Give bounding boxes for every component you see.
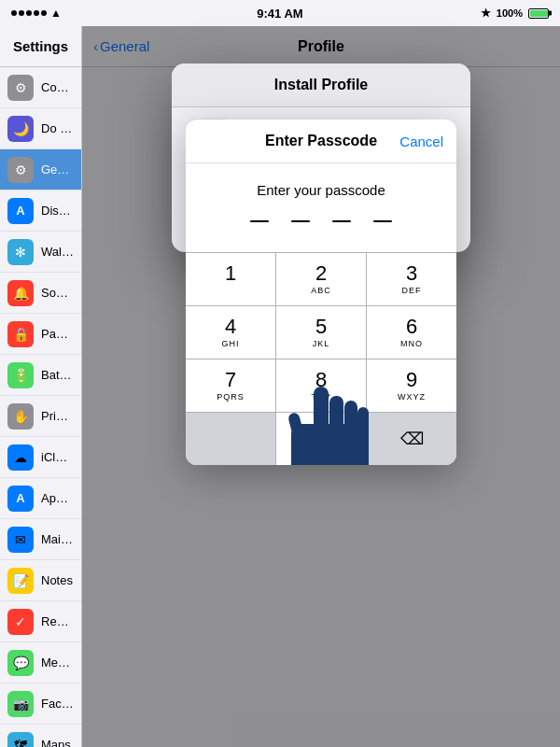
key-5[interactable]: 5 JKL [276, 306, 367, 359]
passcode-header: Enter Passcode Cancel [186, 120, 456, 163]
sidebar-item-messages[interactable]: 💬 Messag... [0, 642, 81, 684]
passcode-spacer [186, 241, 456, 252]
key-7-number: 7 [225, 370, 236, 390]
general-icon: ⚙ [7, 157, 34, 183]
sidebar-item-general[interactable]: ⚙ General [0, 149, 81, 190]
sidebar-label-mail: Mail, Co... [41, 532, 74, 546]
key-6-number: 6 [406, 317, 417, 337]
sidebar-item-maps[interactable]: 🗺 Maps [0, 725, 81, 747]
key-3-number: 3 [406, 263, 417, 284]
sounds-icon: 🔔 [7, 280, 34, 306]
sidebar-item-mail[interactable]: ✉ Mail, Co... [0, 519, 81, 560]
key-1-letters [229, 286, 232, 295]
sidebar-item-icloud[interactable]: ☁ iCloud [0, 437, 81, 478]
keypad: 1 2 ABC 3 DEF 4 GHI [186, 252, 456, 465]
sidebar-label-battery: Battery [41, 368, 74, 382]
sidebar-label-maps: Maps [41, 738, 71, 747]
sidebar-item-sounds[interactable]: 🔔 Sounds [0, 273, 81, 314]
status-time: 9:41 AM [257, 7, 302, 21]
key-3-letters: DEF [402, 286, 422, 295]
sidebar-label-privacy: Privacy [41, 409, 74, 423]
key-7-letters: PQRS [217, 392, 245, 402]
sidebar-label-control-centre: Control Centre [41, 80, 74, 94]
passcode-dots [186, 213, 456, 241]
key-1[interactable]: 1 [186, 253, 276, 305]
maps-icon: 🗺 [7, 732, 34, 748]
sidebar-item-privacy[interactable]: ✋ Privacy [0, 396, 81, 437]
keypad-row-1: 1 2 ABC 3 DEF [186, 253, 456, 306]
right-panel: ‹ General Profile No profiles are curren… [82, 26, 560, 747]
key-6-letters: MNO [400, 339, 423, 348]
passcode-cancel-button[interactable]: Cancel [399, 134, 443, 149]
key-4-letters: GHI [221, 339, 239, 348]
sidebar-item-facetime[interactable]: 📷 FaceTime [0, 684, 81, 725]
key-2-letters: ABC [311, 286, 331, 295]
key-4-number: 4 [225, 317, 236, 337]
battery-label: 100% [497, 7, 523, 19]
passcode-dash-2 [291, 220, 310, 222]
sidebar-title: Settings [0, 26, 81, 67]
keypad-row-4: 0 ⌫ [186, 413, 456, 465]
sidebar-label-reminders: Remind... [41, 614, 74, 628]
key-0[interactable]: 0 [276, 413, 367, 465]
key-0-number: 0 [315, 429, 327, 449]
delete-icon: ⌫ [400, 429, 424, 449]
sidebar-item-app-and[interactable]: A App an... [0, 478, 81, 519]
sidebar-item-notes[interactable]: 📝 Notes [0, 560, 81, 601]
key-2[interactable]: 2 ABC [276, 253, 367, 305]
sidebar-label-display: Display [41, 204, 74, 218]
key-9[interactable]: 9 WXYZ [367, 359, 456, 412]
sidebar-item-passcode[interactable]: 🔒 Passcode [0, 314, 81, 355]
messages-icon: 💬 [7, 650, 34, 676]
key-5-number: 5 [315, 317, 327, 337]
notes-icon: 📝 [7, 568, 34, 594]
battery-icon [528, 8, 549, 19]
battery-fill [530, 10, 548, 17]
key-9-letters: WXYZ [398, 392, 426, 402]
sidebar-label-facetime: FaceTime [41, 697, 74, 711]
key-5-letters: JKL [313, 339, 330, 348]
key-9-number: 9 [406, 370, 417, 390]
mail-icon: ✉ [7, 527, 34, 553]
sidebar-label-passcode: Passcode [41, 327, 74, 341]
sidebar-label-wallpaper: Wallpaper [41, 245, 74, 259]
icloud-icon: ☁ [7, 444, 34, 471]
passcode-prompt: Enter your passcode [186, 163, 456, 213]
sidebar-item-wallpaper[interactable]: ✻ Wallpaper [0, 232, 81, 273]
key-4[interactable]: 4 GHI [186, 306, 276, 359]
key-2-number: 2 [315, 263, 327, 284]
sidebar-label-notes: Notes [41, 573, 73, 587]
key-delete[interactable]: ⌫ [367, 413, 456, 465]
wifi-icon: ▲ [50, 7, 62, 20]
sidebar-label-messages: Messag... [41, 655, 74, 669]
key-empty-left [186, 413, 276, 465]
main-layout: Settings ⚙ Control Centre 🌙 Do Not Distu… [0, 26, 560, 747]
status-bar: ▲ 9:41 AM ★ 100% [0, 0, 560, 26]
keypad-row-3: 7 PQRS 8 TUV 9 WXYZ [186, 359, 456, 413]
passcode-title: Enter Passcode [265, 133, 377, 149]
wallpaper-icon: ✻ [7, 239, 34, 265]
status-right: ★ 100% [481, 7, 549, 20]
key-7[interactable]: 7 PQRS [186, 359, 276, 412]
passcode-icon: 🔒 [7, 321, 34, 347]
bluetooth-icon: ★ [481, 7, 491, 20]
status-left: ▲ [11, 7, 62, 20]
sidebar-item-battery[interactable]: 🔋 Battery [0, 355, 81, 396]
passcode-dash-1 [250, 220, 269, 222]
keypad-row-2: 4 GHI 5 JKL 6 MNO [186, 306, 456, 359]
sidebar-item-reminders[interactable]: ✓ Remind... [0, 601, 81, 642]
install-profile-title: Install Profile [274, 77, 368, 93]
reminders-icon: ✓ [7, 609, 34, 635]
key-8[interactable]: 8 TUV [276, 359, 367, 412]
sidebar-item-control-centre[interactable]: ⚙ Control Centre [0, 67, 81, 108]
sidebar-item-display[interactable]: A Display [0, 190, 81, 232]
key-3[interactable]: 3 DEF [367, 253, 456, 305]
sidebar-label-icloud: iCloud [41, 450, 74, 464]
display-icon: A [7, 198, 34, 224]
key-8-number: 8 [315, 370, 327, 390]
facetime-icon: 📷 [7, 691, 34, 717]
sidebar-label-do-not-disturb: Do Not Disturb [41, 121, 74, 135]
key-6[interactable]: 6 MNO [367, 306, 456, 359]
sidebar-item-do-not-disturb[interactable]: 🌙 Do Not Disturb [0, 108, 81, 149]
do-not-disturb-icon: 🌙 [7, 116, 34, 142]
